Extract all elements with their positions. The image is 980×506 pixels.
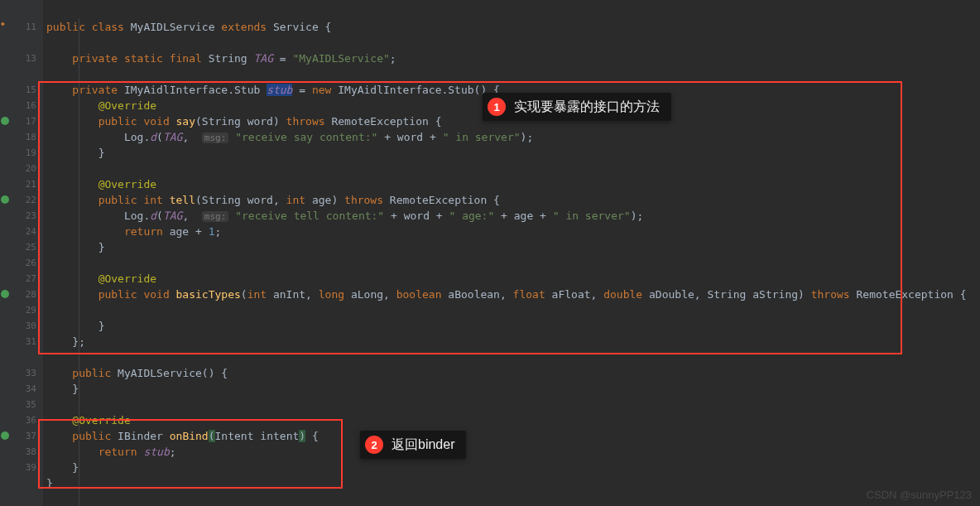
line-number: 22 xyxy=(12,192,43,208)
gutter-icon-strip: ◆ xyxy=(0,0,12,506)
code-line: public MyAIDLService() { xyxy=(43,365,980,381)
line-number: 28 xyxy=(12,287,43,302)
override-marker-icon xyxy=(1,117,9,125)
indent-guide xyxy=(79,18,79,506)
code-line: @Override xyxy=(43,176,980,192)
code-editor[interactable]: ◆ 11 13 15 16 17 18 19 20 21 22 23 24 25… xyxy=(0,0,980,506)
line-number: 17 xyxy=(12,113,43,129)
code-line: } xyxy=(43,460,980,475)
line-number: 26 xyxy=(12,255,43,271)
line-number: 30 xyxy=(12,318,43,334)
line-number: 19 xyxy=(12,145,43,161)
override-marker-icon xyxy=(1,290,9,298)
code-line: } xyxy=(43,239,980,255)
line-number: 24 xyxy=(12,224,43,239)
line-number: 20 xyxy=(12,161,43,176)
callout-text-1: 实现要暴露的接口的方法 xyxy=(514,99,660,116)
code-line: @Override xyxy=(43,271,980,287)
line-number xyxy=(12,35,43,51)
line-number: 35 xyxy=(12,397,43,412)
line-number: 29 xyxy=(12,302,43,318)
callout-badge-1: 1 xyxy=(488,98,506,116)
line-number: 15 xyxy=(12,82,43,98)
code-line: public IBinder onBind(Intent intent) { xyxy=(43,428,980,444)
line-number: 37 xyxy=(12,428,43,444)
line-number: 34 xyxy=(12,381,43,397)
override-marker-icon xyxy=(1,431,9,440)
line-number: 13 xyxy=(12,51,43,66)
code-line: return stub; xyxy=(43,444,980,460)
line-number xyxy=(12,349,43,365)
code-line: private static final String TAG = "MyAID… xyxy=(43,51,980,66)
line-number: 39 xyxy=(12,460,43,475)
line-number: 33 xyxy=(12,365,43,381)
callout-2: 2 返回binder xyxy=(360,431,466,459)
line-number: 23 xyxy=(12,208,43,224)
line-number: 16 xyxy=(12,98,43,113)
code-line: } xyxy=(43,381,980,397)
code-line: } xyxy=(43,318,980,334)
code-content[interactable]: public class MyAIDLService extends Servi… xyxy=(43,0,980,506)
line-number-gutter: 11 13 15 16 17 18 19 20 21 22 23 24 25 2… xyxy=(12,0,43,506)
watermark: CSDN @sunnyPP123 xyxy=(867,489,972,501)
code-line: public int tell(String word, int age) th… xyxy=(43,192,980,208)
code-line: public void basicTypes(int anInt, long a… xyxy=(43,287,980,302)
code-line: }; xyxy=(43,334,980,349)
class-marker-icon: ◆ xyxy=(1,20,9,28)
line-number: 27 xyxy=(12,271,43,287)
line-number: 38 xyxy=(12,444,43,460)
callout-text-2: 返回binder xyxy=(392,436,454,454)
line-number: 18 xyxy=(12,129,43,145)
code-line: Log.d(TAG, msg: "receive say content:" +… xyxy=(43,129,980,145)
line-number xyxy=(12,475,43,491)
line-number xyxy=(12,3,43,19)
code-line: public class MyAIDLService extends Servi… xyxy=(43,19,980,35)
code-line: } xyxy=(43,475,980,491)
code-line: return age + 1; xyxy=(43,224,980,239)
line-number: 36 xyxy=(12,412,43,428)
code-line: @Override xyxy=(43,412,980,428)
line-number: 31 xyxy=(12,334,43,349)
line-number: 11 xyxy=(12,19,43,35)
callout-1: 1 实现要暴露的接口的方法 xyxy=(483,93,671,121)
code-line: } xyxy=(43,145,980,161)
line-number xyxy=(12,66,43,82)
code-line: Log.d(TAG, msg: "receive tell content:" … xyxy=(43,208,980,224)
callout-badge-2: 2 xyxy=(365,436,383,454)
override-marker-icon xyxy=(1,195,9,204)
line-number: 25 xyxy=(12,239,43,255)
line-number: 21 xyxy=(12,176,43,192)
